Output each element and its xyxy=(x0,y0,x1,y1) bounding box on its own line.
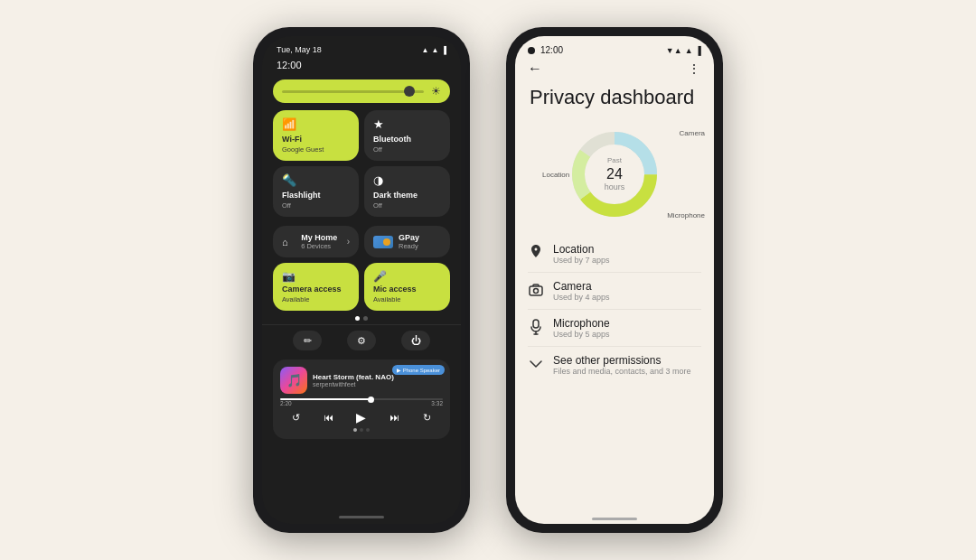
home-title: My Home xyxy=(301,233,337,242)
location-text: Location Used by 7 apps xyxy=(553,243,701,265)
back-button[interactable]: ← xyxy=(528,61,542,77)
gpay-tile[interactable]: GPay Ready xyxy=(364,226,450,257)
status-icons: ▲ ▲ ▐ xyxy=(421,46,446,54)
media-dot-3 xyxy=(366,428,370,432)
svg-rect-6 xyxy=(533,320,539,328)
media-output-badge[interactable]: ▶ Phone Speaker xyxy=(392,365,445,375)
camera-icon xyxy=(528,282,544,298)
mic-access-title: Mic access xyxy=(373,285,441,294)
privacy-nav: ← ⋮ xyxy=(515,59,714,82)
page-dots xyxy=(262,316,461,321)
power-button[interactable]: ⏻ xyxy=(401,331,430,350)
flashlight-icon: 🔦 xyxy=(282,173,350,187)
mic-access-sub: Available xyxy=(373,295,441,303)
media-progress[interactable]: 2:20 3:32 xyxy=(280,398,443,406)
privacy-time: 12:00 xyxy=(540,45,563,55)
microphone-sub: Used by 5 apps xyxy=(553,330,701,339)
flashlight-tile[interactable]: 🔦 Flashlight Off xyxy=(273,166,359,217)
next-button[interactable]: ⏭ xyxy=(389,412,399,423)
home-gpay-row: ⌂ My Home 6 Devices › GPay Ready xyxy=(262,226,461,257)
gpay-content: GPay Ready xyxy=(399,233,419,250)
expand-icon xyxy=(528,356,544,372)
settings-button[interactable]: ⚙ xyxy=(347,331,376,350)
signal-icon: ▲ xyxy=(421,46,428,54)
donut-unit-label: hours xyxy=(605,182,625,192)
progress-thumb xyxy=(368,397,374,403)
signal-bars-icon: ▼▲ xyxy=(666,46,682,55)
camera-title: Camera xyxy=(553,280,701,293)
replay-button[interactable]: ↺ xyxy=(292,412,300,424)
media-artist: serpentwithfeet xyxy=(313,381,443,387)
privacy-list: Location Used by 7 apps Camera Used by 4… xyxy=(515,236,714,512)
prev-button[interactable]: ⏮ xyxy=(324,412,333,423)
dark-theme-title: Dark theme xyxy=(373,191,441,200)
microphone-text: Microphone Used by 5 apps xyxy=(553,317,701,339)
wifi-title: Wi-Fi xyxy=(282,135,350,144)
location-item[interactable]: Location Used by 7 apps xyxy=(528,236,701,273)
bluetooth-tile[interactable]: ★ Bluetooth Off xyxy=(364,110,450,161)
bluetooth-title: Bluetooth xyxy=(373,135,441,144)
privacy-status-bar: 12:00 ▼▲ ▲ ▐ xyxy=(515,36,714,59)
other-title: See other permissions xyxy=(553,354,701,367)
quick-tiles-grid: 📶 Wi-Fi Google Guest ★ Bluetooth Off 🔦 F… xyxy=(262,107,461,220)
gpay-card-icon xyxy=(373,236,393,248)
other-permissions-item[interactable]: See other permissions Files and media, c… xyxy=(528,347,701,383)
svg-rect-4 xyxy=(530,286,542,295)
home-indicator xyxy=(339,516,384,518)
microphone-icon xyxy=(528,319,544,335)
mic-access-tile[interactable]: 🎤 Mic access Available xyxy=(364,263,450,311)
phone-1: Tue, May 18 ▲ ▲ ▐ 12:00 ☀ 📶 Wi-Fi Google… xyxy=(253,27,470,533)
media-dots xyxy=(280,428,443,432)
location-title: Location xyxy=(553,243,701,256)
home-icon: ⌂ xyxy=(282,237,288,247)
battery-icon: ▐ xyxy=(441,46,446,54)
flashlight-sub: Off xyxy=(282,201,350,210)
camera-access-title: Camera access xyxy=(282,285,350,294)
play-button[interactable]: ▶ xyxy=(356,410,366,425)
wifi-tile[interactable]: 📶 Wi-Fi Google Guest xyxy=(273,110,359,161)
location-sub: Used by 7 apps xyxy=(553,256,701,265)
donut-chart: Location Camera Microphone Past 24 hours xyxy=(551,120,678,229)
edit-button[interactable]: ✏ xyxy=(293,331,322,350)
date-label: Tue, May 18 xyxy=(277,45,322,54)
gpay-sub: Ready xyxy=(399,242,419,250)
page-title: Privacy dashboard xyxy=(515,82,714,117)
brightness-bar xyxy=(282,90,424,93)
donut-past-label: Past xyxy=(605,157,625,166)
dark-theme-tile[interactable]: ◑ Dark theme Off xyxy=(364,166,450,217)
more-button[interactable]: ⋮ xyxy=(688,61,701,76)
progress-fill xyxy=(280,398,370,400)
dot-1 xyxy=(355,316,360,321)
dot-2 xyxy=(363,316,368,321)
dark-theme-sub: Off xyxy=(373,201,441,210)
brightness-slider[interactable]: ☀ xyxy=(273,79,450,103)
battery-status-icon: ▐ xyxy=(696,46,701,55)
wifi-status-icon: ▲ xyxy=(431,46,438,54)
bluetooth-icon: ★ xyxy=(373,117,441,131)
camera-access-tile[interactable]: 📷 Camera access Available xyxy=(273,263,359,311)
qs-bottom-bar: ✏ ⚙ ⏻ xyxy=(262,324,461,356)
status-right: ▼▲ ▲ ▐ xyxy=(666,46,701,55)
dark-theme-icon: ◑ xyxy=(373,173,441,187)
camera-item[interactable]: Camera Used by 4 apps xyxy=(528,273,701,310)
svg-point-5 xyxy=(534,289,539,294)
brightness-thumb xyxy=(404,86,415,97)
forward-button[interactable]: ↻ xyxy=(423,412,431,424)
gpay-title: GPay xyxy=(399,233,419,242)
home-content: My Home 6 Devices xyxy=(301,233,337,250)
my-home-tile[interactable]: ⌂ My Home 6 Devices › xyxy=(273,226,359,257)
microphone-item[interactable]: Microphone Used by 5 apps xyxy=(528,310,701,347)
time-current: 2:20 xyxy=(280,400,292,406)
privacy-screen: 12:00 ▼▲ ▲ ▐ ← ⋮ Privacy dashboard xyxy=(515,36,714,524)
location-icon xyxy=(528,245,544,261)
donut-hours-value: 24 xyxy=(605,165,625,182)
media-info: Heart Storm (feat. NAO) serpentwithfeet xyxy=(313,373,443,387)
donut-center: Past 24 hours xyxy=(605,157,625,193)
quick-settings-screen: Tue, May 18 ▲ ▲ ▐ 12:00 ☀ 📶 Wi-Fi Google… xyxy=(262,36,461,524)
bluetooth-sub: Off xyxy=(373,145,441,154)
media-controls: ↺ ⏮ ▶ ⏭ ↻ xyxy=(280,410,443,425)
time-total: 3:32 xyxy=(431,400,443,406)
donut-camera-label: Camera xyxy=(680,129,705,137)
home-sub: 6 Devices xyxy=(301,242,337,250)
progress-bar xyxy=(280,398,443,400)
